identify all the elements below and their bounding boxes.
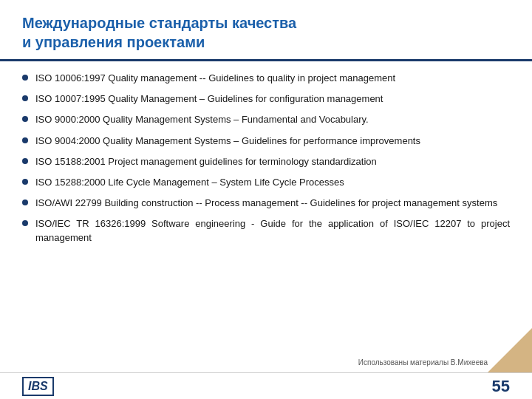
page-title: Международные стандарты качества и управ… xyxy=(22,13,510,52)
bullet-text: ISO 15188:2001 Project management guidel… xyxy=(35,155,510,168)
list-item: ISO 10006:1997 Quality management -- Gui… xyxy=(22,72,510,85)
attribution-text: Использованы материалы В.Михеева xyxy=(358,358,488,366)
page-number: 55 xyxy=(492,377,510,396)
bullet-text: ISO/IEC TR 16326:1999 Software engineeri… xyxy=(35,217,510,244)
bullet-text: ISO 10007:1995 Quality Management – Guid… xyxy=(35,92,510,106)
bullet-text: ISO 10006:1997 Quality management -- Gui… xyxy=(35,72,510,85)
bullet-text: ISO 15288:2000 Life Cycle Management – S… xyxy=(35,176,510,189)
list-item: ISO 10007:1995 Quality Management – Guid… xyxy=(22,92,510,106)
list-item: ISO 9004:2000 Quality Management Systems… xyxy=(22,134,510,148)
list-item: ISO/AWI 22799 Building construction -- P… xyxy=(22,197,510,210)
bullet-dot-icon xyxy=(22,116,28,122)
bullet-dot-icon xyxy=(22,179,28,185)
bottom-bar: IBS 55 xyxy=(0,372,532,399)
list-item: ISO 15288:2000 Life Cycle Management – S… xyxy=(22,176,510,189)
bullet-dot-icon xyxy=(22,75,28,81)
bullet-dot-icon xyxy=(22,137,28,143)
bullet-text: ISO/AWI 22799 Building construction -- P… xyxy=(35,197,510,210)
content-area: ISO 10006:1997 Quality management -- Gui… xyxy=(0,61,532,355)
bullet-dot-icon xyxy=(22,200,28,205)
header: Международные стандарты качества и управ… xyxy=(0,0,532,61)
bullet-dot-icon xyxy=(22,95,28,101)
page: Международные стандарты качества и управ… xyxy=(0,0,532,399)
bullet-dot-icon xyxy=(22,220,28,226)
bullet-text: ISO 9000:2000 Quality Management Systems… xyxy=(35,113,510,126)
bullet-text: ISO 9004:2000 Quality Management Systems… xyxy=(35,134,510,148)
footer: Использованы материалы В.Михеева xyxy=(0,355,532,372)
bullet-dot-icon xyxy=(22,158,28,164)
list-item: ISO 15188:2001 Project management guidel… xyxy=(22,155,510,168)
list-item: ISO 9000:2000 Quality Management Systems… xyxy=(22,113,510,126)
logo: IBS xyxy=(22,377,54,396)
list-item: ISO/IEC TR 16326:1999 Software engineeri… xyxy=(22,217,510,244)
